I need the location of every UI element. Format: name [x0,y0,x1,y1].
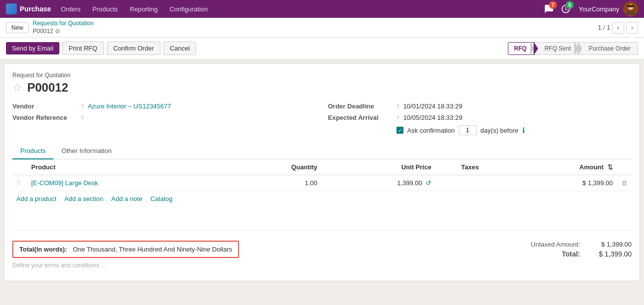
nav-right: 7 5 YourCompany [544,1,638,16]
col-taxes: Taxes [435,159,504,175]
send-email-button[interactable]: Send by Email [6,42,59,54]
brand-label: Purchase [20,5,51,13]
col-amount: Amount ⇅ [505,159,617,175]
total-words-label: Total(In words): [19,246,67,253]
print-rfq-button[interactable]: Print RFQ [62,42,104,55]
user-label[interactable]: YourCompany [579,5,619,13]
avatar[interactable] [623,1,638,16]
add-section-link[interactable]: Add a section [64,195,103,203]
add-product-link[interactable]: Add a product [16,195,56,203]
brand-icon [6,3,17,14]
activity-icon-btn[interactable]: 5 [561,4,571,14]
untaxed-value: $ 1,399.00 [592,241,632,248]
bottom-area: Total(In words): One Thousand, Three Hun… [12,237,632,273]
vendor-help[interactable]: ? [81,103,84,109]
ask-confirmation-checkbox[interactable] [396,127,403,134]
nav-reporting[interactable]: Reporting [124,0,163,18]
nav-links: Orders Products Reporting Configuration [55,0,214,18]
add-row-links: Add a product Add a section Add a note C… [12,191,632,206]
order-deadline-label: Order Deadline [328,102,393,110]
expected-arrival-label: Expected Arrival [328,114,393,121]
expected-arrival-value[interactable]: 10/05/2024 18:33:29 [403,114,462,121]
breadcrumb-current: P00012 ⚙ [33,28,94,36]
delete-row-icon[interactable]: 🗑 [621,179,628,187]
form-fields: Vendor ? Azure Interior – US12345677 Ord… [12,102,632,135]
form-title-row: ☆ P00012 [12,81,632,95]
vendor-ref-label: Vendor Reference [12,114,77,121]
column-settings-icon[interactable]: ⇅ [607,163,613,171]
vendor-value[interactable]: Azure Interior – US12345677 [88,102,171,110]
col-quantity: Quantity [229,159,321,175]
unit-price-cell[interactable]: 1,399.00 ↺ [321,175,435,191]
breadcrumb-right: 1 / 1 ‹ › [598,22,638,34]
nav-products[interactable]: Products [87,0,124,18]
col-unit-price: Unit Price [321,159,435,175]
field-vendor-ref: Vendor Reference ? [12,114,316,135]
new-button[interactable]: New [6,22,29,33]
vendor-ref-help[interactable]: ? [81,115,84,121]
svg-rect-2 [627,5,635,7]
total-value: $ 1,399.00 [592,250,632,258]
col-product: Product [27,159,229,175]
col-delete [617,159,632,175]
terms-placeholder[interactable]: Define your terms and conditions ... [12,262,239,269]
total-words-value: One Thousand, Three Hundred And Ninety-N… [73,246,232,253]
field-expected-arrival: Expected Arrival ? 10/05/2024 18:33:29 A… [328,114,632,135]
activity-badge: 5 [566,1,574,9]
ask-confirmation-suffix: day(s) before [481,127,519,134]
untaxed-label: Untaxed Amount: [521,241,580,248]
total-words-box: Total(In words): One Thousand, Three Hun… [12,241,239,258]
next-record-button[interactable]: › [626,22,638,34]
tab-other-information[interactable]: Other Information [53,143,119,159]
totals-right: Untaxed Amount: $ 1,399.00 Total: $ 1,39… [521,241,632,260]
nav-configuration[interactable]: Configuration [163,0,213,18]
vendor-label: Vendor [12,102,77,110]
delete-cell[interactable]: 🗑 [617,175,632,191]
total-label: Total: [521,250,580,258]
prev-record-button[interactable]: ‹ [612,22,624,34]
field-vendor: Vendor ? Azure Interior – US12345677 [12,102,316,110]
col-drag [12,159,27,175]
breadcrumb-left: New Requests for Quotation P00012 ⚙ [6,20,94,35]
total-words-area: Total(In words): One Thousand, Three Hun… [12,241,239,269]
pagination-label: 1 / 1 [598,24,610,31]
order-deadline-help[interactable]: ? [396,103,399,109]
nav-brand[interactable]: Purchase [6,3,51,14]
messages-icon-btn[interactable]: 7 [544,4,554,14]
add-note-link[interactable]: Add a note [111,195,143,203]
field-order-deadline: Order Deadline ? 10/01/2024 18:33:29 [328,102,632,110]
drag-handle[interactable]: ⠿ [12,175,27,191]
gear-icon[interactable]: ⚙ [55,28,60,36]
nav-orders[interactable]: Orders [55,0,87,18]
order-deadline-value[interactable]: 10/01/2024 18:33:29 [403,102,462,110]
total-final-row: Total: $ 1,399.00 [521,250,632,258]
ask-confirmation-days-input[interactable] [459,125,477,135]
reset-price-icon[interactable]: ↺ [426,179,431,187]
untaxed-row: Untaxed Amount: $ 1,399.00 [521,241,632,248]
ask-confirmation-label: Ask confirmation [407,127,455,134]
breadcrumb-parent[interactable]: Requests for Quotation [33,20,94,28]
taxes-cell[interactable] [435,175,504,191]
tab-products[interactable]: Products [12,143,53,159]
status-purchase-order[interactable]: Purchase Order [578,42,638,55]
status-pipeline: RFQ RFQ Sent Purchase Order [508,42,638,55]
catalog-link[interactable]: Catalog [150,195,173,203]
status-rfq-sent[interactable]: RFQ Sent [534,42,578,55]
product-link[interactable]: [E-COM09] Large Desk [31,179,98,187]
products-table: Product Quantity Unit Price Taxes Amount… [12,159,632,191]
tabs: Products Other Information [12,143,632,159]
ask-confirmation-info-icon[interactable]: ℹ [522,126,525,134]
total-section: Total(In words): One Thousand, Three Hun… [12,230,632,273]
messages-badge: 7 [549,1,557,9]
cancel-button[interactable]: Cancel [163,42,196,55]
main-content: Request for Quotation ☆ P00012 Vendor ? … [4,63,640,281]
product-cell[interactable]: [E-COM09] Large Desk [27,175,229,191]
record-title: P00012 [27,81,68,95]
favorite-icon[interactable]: ☆ [12,81,22,94]
expected-arrival-help[interactable]: ? [396,115,399,121]
breadcrumb-record: P00012 [33,28,53,36]
form-type-label: Request for Quotation [12,72,632,79]
amount-cell: $ 1,399.00 [505,175,617,191]
confirm-order-button[interactable]: Confirm Order [107,42,160,55]
quantity-cell[interactable]: 1.00 [229,175,321,191]
